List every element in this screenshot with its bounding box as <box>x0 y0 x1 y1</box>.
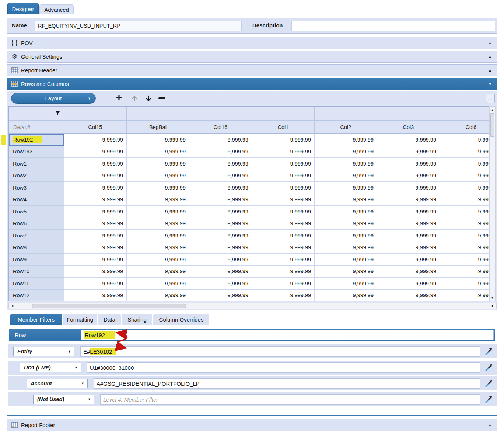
tab-data[interactable]: Data <box>98 314 121 325</box>
data-cell[interactable]: 9,999.99 <box>189 206 252 218</box>
data-cell[interactable]: 9,999.99 <box>64 230 127 242</box>
dimension-dropdown-ud1[interactable]: UD1 (LMF) ▼ <box>20 363 81 372</box>
member-picker-icon[interactable] <box>485 379 493 388</box>
data-cell[interactable]: 9,999.99 <box>64 158 127 170</box>
data-cell[interactable]: 9,999.99 <box>189 218 252 230</box>
row-name-input[interactable]: Row192 <box>81 330 494 340</box>
data-cell[interactable]: 9,999.99 <box>127 230 189 242</box>
data-cell[interactable]: 9,999.99 <box>440 146 490 158</box>
section-rows-and-columns[interactable]: Rows and Columns ▼ <box>7 78 497 90</box>
column-header[interactable]: Col16 <box>189 121 252 134</box>
member-filter-input-level4[interactable]: Level 4: Member Filter <box>100 394 480 405</box>
row-header-cell[interactable]: Row10 <box>9 266 64 278</box>
row-header-cell[interactable]: Row5 <box>9 206 64 218</box>
data-cell[interactable]: 9,999.99 <box>64 194 127 206</box>
data-cell[interactable]: 9,999.99 <box>440 170 490 182</box>
data-cell[interactable]: 9,999.99 <box>64 266 127 278</box>
scroll-right-icon[interactable]: ▶ <box>490 303 496 309</box>
data-cell[interactable]: 9,999.99 <box>189 170 252 182</box>
data-cell[interactable]: 9,999.99 <box>440 242 490 254</box>
data-cell[interactable]: 9,999.99 <box>252 170 315 182</box>
row-header-cell[interactable]: Row8 <box>9 242 64 254</box>
tab-advanced[interactable]: Advanced <box>39 4 74 14</box>
data-cell[interactable]: 9,999.99 <box>315 242 377 254</box>
data-cell[interactable]: 9,999.99 <box>377 218 440 230</box>
data-cell[interactable]: 9,999.99 <box>377 242 440 254</box>
data-cell[interactable]: 9,999.99 <box>252 182 315 194</box>
data-cell[interactable]: 9,999.99 <box>127 218 189 230</box>
section-general-settings[interactable]: ⚙ General Settings ▲ <box>7 51 497 63</box>
tab-sharing[interactable]: Sharing <box>122 314 152 325</box>
data-cell[interactable]: 9,999.99 <box>252 242 315 254</box>
data-cell[interactable]: 9,999.99 <box>315 194 377 206</box>
data-cell[interactable]: 9,999.99 <box>252 278 315 290</box>
data-cell[interactable]: 9,999.99 <box>315 158 377 170</box>
add-row-button[interactable]: + <box>113 91 125 105</box>
grid-corner-cell[interactable]: Default <box>9 121 64 134</box>
data-cell[interactable]: 9,999.99 <box>440 134 490 146</box>
data-cell[interactable]: 9,999.99 <box>127 266 189 278</box>
row-header-cell[interactable]: Row1 <box>9 158 64 170</box>
data-cell[interactable]: 9,999.99 <box>252 146 315 158</box>
data-cell[interactable]: 9,999.99 <box>252 194 315 206</box>
grid-filter-cell[interactable] <box>9 107 64 121</box>
data-cell[interactable]: 9,999.99 <box>127 242 189 254</box>
scroll-left-icon[interactable]: ◀ <box>9 303 15 309</box>
data-cell[interactable]: 9,999.99 <box>64 206 127 218</box>
vertical-scrollbar[interactable]: ▲ ▼ <box>489 106 496 301</box>
data-cell[interactable]: 9,999.99 <box>252 134 315 146</box>
collapse-arrow-icon[interactable]: ▲ <box>488 68 492 72</box>
data-cell[interactable]: 9,999.99 <box>315 182 377 194</box>
data-cell[interactable]: 9,999.99 <box>440 290 490 302</box>
data-cell[interactable]: 9,999.99 <box>377 266 440 278</box>
remove-row-button[interactable] <box>156 91 167 105</box>
data-cell[interactable]: 9,999.99 <box>315 218 377 230</box>
member-filter-input-account[interactable]: A#GSG_RESIDENTIAL_PORTFOLIO_LP <box>94 378 480 389</box>
row-header-cell[interactable]: Row6 <box>9 218 64 230</box>
data-cell[interactable]: 9,999.99 <box>64 290 127 302</box>
data-cell[interactable]: 9,999.99 <box>189 278 252 290</box>
row-header-cell[interactable]: Row12 <box>9 290 64 302</box>
data-cell[interactable]: 9,999.99 <box>189 230 252 242</box>
dimension-dropdown-entity[interactable]: Entity ▼ <box>13 347 74 356</box>
dimension-dropdown-level4[interactable]: (Not Used) ▼ <box>33 395 94 404</box>
data-cell[interactable]: 9,999.99 <box>127 206 189 218</box>
data-cell[interactable]: 9,999.99 <box>377 230 440 242</box>
member-picker-icon[interactable] <box>485 347 493 355</box>
data-cell[interactable]: 9,999.99 <box>189 242 252 254</box>
data-cell[interactable]: 9,999.99 <box>127 278 189 290</box>
data-cell[interactable]: 9,999.99 <box>189 158 252 170</box>
data-cell[interactable]: 9,999.99 <box>189 134 252 146</box>
data-cell[interactable]: 9,999.99 <box>440 254 490 266</box>
data-cell[interactable]: 9,999.99 <box>440 218 490 230</box>
data-cell[interactable]: 9,999.99 <box>64 242 127 254</box>
data-cell[interactable]: 9,999.99 <box>377 278 440 290</box>
data-cell[interactable]: 9,999.99 <box>440 158 490 170</box>
data-cell[interactable]: 9,999.99 <box>127 134 189 146</box>
grid-filter-cell[interactable] <box>252 107 315 121</box>
data-cell[interactable]: 9,999.99 <box>64 254 127 266</box>
data-cell[interactable]: 9,999.99 <box>252 206 315 218</box>
row-header-cell[interactable]: Row4 <box>9 194 64 206</box>
tab-designer[interactable]: Designer <box>7 3 39 14</box>
grid-filter-cell[interactable] <box>377 107 440 121</box>
data-cell[interactable]: 9,999.99 <box>377 206 440 218</box>
member-picker-icon[interactable] <box>485 395 493 403</box>
tab-member-filters[interactable]: Member Filters <box>10 314 62 325</box>
data-cell[interactable]: 9,999.99 <box>377 194 440 206</box>
section-report-header[interactable]: Report Header ▲ <box>7 64 497 76</box>
move-down-button[interactable] <box>143 91 154 105</box>
data-cell[interactable]: 9,999.99 <box>64 146 127 158</box>
data-cell[interactable]: 9,999.99 <box>252 266 315 278</box>
grid-filter-cell[interactable] <box>189 107 252 121</box>
data-cell[interactable]: 9,999.99 <box>64 170 127 182</box>
horizontal-scrollbar[interactable]: ◀ ▶ <box>8 303 497 309</box>
section-pov[interactable]: POV ▲ <box>7 37 497 49</box>
data-cell[interactable]: 9,999.99 <box>315 278 377 290</box>
collapse-arrow-icon[interactable]: ▲ <box>488 423 492 427</box>
data-cell[interactable]: 9,999.99 <box>440 194 490 206</box>
more-options-button[interactable]: ... <box>486 94 495 103</box>
collapse-arrow-icon[interactable]: ▲ <box>488 41 492 45</box>
tab-column-overrides[interactable]: Column Overrides <box>153 314 209 325</box>
tab-formatting[interactable]: Formatting <box>63 314 97 325</box>
